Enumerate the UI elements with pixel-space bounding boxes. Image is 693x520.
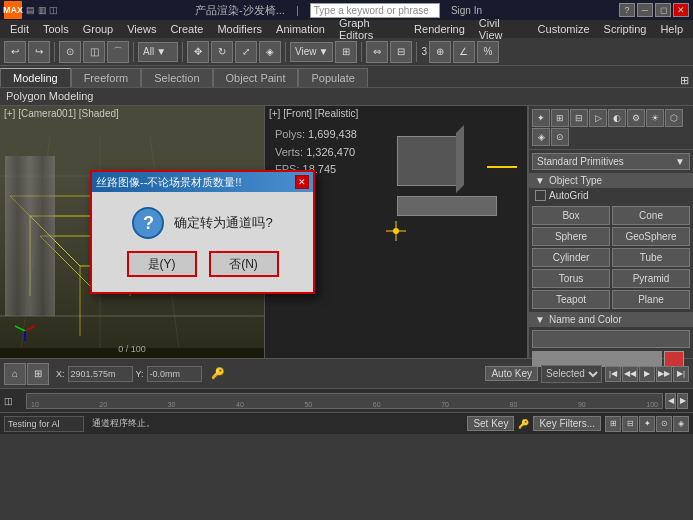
dialog-close-btn[interactable]: ✕ <box>295 175 309 189</box>
dialog: 丝路图像--不论场景材质数量!! ✕ ? 确定转为通道吗? 是(Y) 否(N) <box>90 170 315 294</box>
dialog-buttons: 是(Y) 否(N) <box>127 251 279 277</box>
dialog-titlebar: 丝路图像--不论场景材质数量!! ✕ <box>92 172 313 192</box>
dialog-message: 确定转为通道吗? <box>174 214 272 232</box>
dialog-question-icon: ? <box>132 207 164 239</box>
dialog-content: ? 确定转为通道吗? 是(Y) 否(N) <box>92 192 313 292</box>
dialog-overlay: 丝路图像--不论场景材质数量!! ✕ ? 确定转为通道吗? 是(Y) 否(N) <box>0 0 693 520</box>
dialog-title: 丝路图像--不论场景材质数量!! <box>96 175 241 190</box>
dialog-message-row: ? 确定转为通道吗? <box>132 207 272 239</box>
dialog-no-btn[interactable]: 否(N) <box>209 251 279 277</box>
dialog-yes-btn[interactable]: 是(Y) <box>127 251 197 277</box>
